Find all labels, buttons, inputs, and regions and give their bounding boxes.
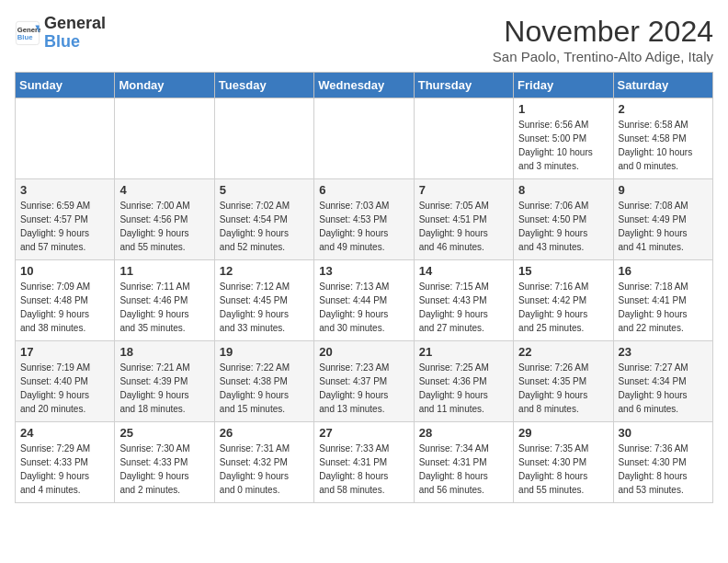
day-info: Sunrise: 7:30 AMSunset: 4:33 PMDaylight:… bbox=[119, 442, 209, 497]
calendar-cell: 30Sunrise: 7:36 AMSunset: 4:30 PMDayligh… bbox=[613, 422, 712, 503]
calendar-cell: 4Sunrise: 7:00 AMSunset: 4:56 PMDaylight… bbox=[115, 179, 214, 260]
day-info: Sunrise: 7:16 AMSunset: 4:42 PMDaylight:… bbox=[518, 280, 608, 335]
column-header-saturday: Saturday bbox=[613, 73, 712, 98]
calendar-week-5: 24Sunrise: 7:29 AMSunset: 4:33 PMDayligh… bbox=[16, 422, 713, 503]
calendar-cell: 7Sunrise: 7:05 AMSunset: 4:51 PMDaylight… bbox=[414, 179, 513, 260]
logo-icon: General Blue bbox=[15, 20, 40, 46]
day-info: Sunrise: 7:15 AMSunset: 4:43 PMDaylight:… bbox=[419, 280, 508, 335]
day-info: Sunrise: 7:33 AMSunset: 4:31 PMDaylight:… bbox=[319, 442, 408, 497]
calendar-cell: 1Sunrise: 6:56 AMSunset: 5:00 PMDaylight… bbox=[514, 98, 613, 179]
calendar-cell: 3Sunrise: 6:59 AMSunset: 4:57 PMDaylight… bbox=[16, 179, 115, 260]
calendar-cell: 11Sunrise: 7:11 AMSunset: 4:46 PMDayligh… bbox=[115, 260, 214, 341]
calendar-cell: 9Sunrise: 7:08 AMSunset: 4:49 PMDaylight… bbox=[613, 179, 712, 260]
day-number: 10 bbox=[20, 264, 109, 278]
day-info: Sunrise: 7:12 AMSunset: 4:45 PMDaylight:… bbox=[220, 280, 309, 335]
day-number: 28 bbox=[419, 426, 508, 440]
column-header-monday: Monday bbox=[115, 73, 214, 98]
calendar-cell bbox=[314, 98, 414, 179]
day-number: 30 bbox=[619, 426, 708, 440]
calendar-cell: 27Sunrise: 7:33 AMSunset: 4:31 PMDayligh… bbox=[314, 422, 414, 503]
day-number: 2 bbox=[619, 102, 708, 116]
calendar-cell: 13Sunrise: 7:13 AMSunset: 4:44 PMDayligh… bbox=[314, 260, 414, 341]
day-number: 4 bbox=[119, 183, 209, 197]
day-info: Sunrise: 7:29 AMSunset: 4:33 PMDaylight:… bbox=[20, 442, 109, 497]
svg-text:Blue: Blue bbox=[17, 33, 33, 41]
day-info: Sunrise: 7:03 AMSunset: 4:53 PMDaylight:… bbox=[319, 199, 408, 254]
column-header-sunday: Sunday bbox=[16, 73, 115, 98]
day-number: 24 bbox=[20, 426, 109, 440]
calendar-cell: 19Sunrise: 7:22 AMSunset: 4:38 PMDayligh… bbox=[214, 341, 313, 422]
day-number: 12 bbox=[220, 264, 309, 278]
day-info: Sunrise: 6:59 AMSunset: 4:57 PMDaylight:… bbox=[20, 199, 109, 254]
calendar-cell: 12Sunrise: 7:12 AMSunset: 4:45 PMDayligh… bbox=[214, 260, 313, 341]
day-number: 16 bbox=[619, 264, 708, 278]
calendar-cell bbox=[414, 98, 513, 179]
day-number: 9 bbox=[619, 183, 708, 197]
day-number: 22 bbox=[518, 345, 608, 359]
day-number: 1 bbox=[518, 102, 608, 116]
calendar-cell: 28Sunrise: 7:34 AMSunset: 4:31 PMDayligh… bbox=[414, 422, 513, 503]
day-number: 14 bbox=[419, 264, 508, 278]
day-number: 18 bbox=[119, 345, 209, 359]
day-info: Sunrise: 7:09 AMSunset: 4:48 PMDaylight:… bbox=[20, 280, 109, 335]
day-number: 26 bbox=[220, 426, 309, 440]
calendar-week-1: 1Sunrise: 6:56 AMSunset: 5:00 PMDaylight… bbox=[16, 98, 713, 179]
day-info: Sunrise: 6:56 AMSunset: 5:00 PMDaylight:… bbox=[518, 118, 608, 173]
day-info: Sunrise: 7:36 AMSunset: 4:30 PMDaylight:… bbox=[619, 442, 708, 497]
day-info: Sunrise: 7:13 AMSunset: 4:44 PMDaylight:… bbox=[319, 280, 408, 335]
calendar-cell: 5Sunrise: 7:02 AMSunset: 4:54 PMDaylight… bbox=[214, 179, 313, 260]
calendar-cell bbox=[16, 98, 115, 179]
day-info: Sunrise: 7:05 AMSunset: 4:51 PMDaylight:… bbox=[419, 199, 508, 254]
calendar-cell: 23Sunrise: 7:27 AMSunset: 4:34 PMDayligh… bbox=[613, 341, 712, 422]
day-number: 7 bbox=[419, 183, 508, 197]
calendar-cell: 20Sunrise: 7:23 AMSunset: 4:37 PMDayligh… bbox=[314, 341, 414, 422]
day-info: Sunrise: 7:08 AMSunset: 4:49 PMDaylight:… bbox=[619, 199, 708, 254]
calendar-cell: 15Sunrise: 7:16 AMSunset: 4:42 PMDayligh… bbox=[514, 260, 613, 341]
day-number: 11 bbox=[119, 264, 209, 278]
calendar-cell: 16Sunrise: 7:18 AMSunset: 4:41 PMDayligh… bbox=[613, 260, 712, 341]
calendar-body: 1Sunrise: 6:56 AMSunset: 5:00 PMDaylight… bbox=[16, 98, 713, 503]
day-number: 23 bbox=[619, 345, 708, 359]
calendar-cell: 8Sunrise: 7:06 AMSunset: 4:50 PMDaylight… bbox=[514, 179, 613, 260]
calendar-cell: 24Sunrise: 7:29 AMSunset: 4:33 PMDayligh… bbox=[16, 422, 115, 503]
calendar-header-row: SundayMondayTuesdayWednesdayThursdayFrid… bbox=[16, 73, 713, 98]
logo: General Blue GeneralBlue bbox=[15, 15, 106, 52]
day-info: Sunrise: 7:11 AMSunset: 4:46 PMDaylight:… bbox=[119, 280, 209, 335]
column-header-wednesday: Wednesday bbox=[314, 73, 414, 98]
day-info: Sunrise: 7:27 AMSunset: 4:34 PMDaylight:… bbox=[619, 361, 708, 416]
calendar-table: SundayMondayTuesdayWednesdayThursdayFrid… bbox=[15, 72, 713, 503]
day-info: Sunrise: 7:34 AMSunset: 4:31 PMDaylight:… bbox=[419, 442, 508, 497]
day-number: 19 bbox=[220, 345, 309, 359]
title-block: November 2024 San Paolo, Trentino-Alto A… bbox=[493, 15, 713, 64]
calendar-cell: 6Sunrise: 7:03 AMSunset: 4:53 PMDaylight… bbox=[314, 179, 414, 260]
calendar-cell: 14Sunrise: 7:15 AMSunset: 4:43 PMDayligh… bbox=[414, 260, 513, 341]
day-number: 5 bbox=[220, 183, 309, 197]
day-number: 8 bbox=[518, 183, 608, 197]
day-number: 25 bbox=[119, 426, 209, 440]
day-info: Sunrise: 7:26 AMSunset: 4:35 PMDaylight:… bbox=[518, 361, 608, 416]
column-header-tuesday: Tuesday bbox=[214, 73, 313, 98]
calendar-cell bbox=[214, 98, 313, 179]
calendar-cell: 21Sunrise: 7:25 AMSunset: 4:36 PMDayligh… bbox=[414, 341, 513, 422]
day-number: 17 bbox=[20, 345, 109, 359]
day-info: Sunrise: 7:23 AMSunset: 4:37 PMDaylight:… bbox=[319, 361, 408, 416]
day-number: 27 bbox=[319, 426, 408, 440]
day-number: 3 bbox=[20, 183, 109, 197]
calendar-week-4: 17Sunrise: 7:19 AMSunset: 4:40 PMDayligh… bbox=[16, 341, 713, 422]
calendar-cell: 26Sunrise: 7:31 AMSunset: 4:32 PMDayligh… bbox=[214, 422, 313, 503]
day-number: 29 bbox=[518, 426, 608, 440]
calendar-cell: 2Sunrise: 6:58 AMSunset: 4:58 PMDaylight… bbox=[613, 98, 712, 179]
month-title: November 2024 bbox=[493, 15, 713, 49]
day-info: Sunrise: 7:35 AMSunset: 4:30 PMDaylight:… bbox=[518, 442, 608, 497]
day-info: Sunrise: 7:25 AMSunset: 4:36 PMDaylight:… bbox=[419, 361, 508, 416]
day-number: 20 bbox=[319, 345, 408, 359]
calendar-cell: 22Sunrise: 7:26 AMSunset: 4:35 PMDayligh… bbox=[514, 341, 613, 422]
page-header: General Blue GeneralBlue November 2024 S… bbox=[15, 15, 713, 64]
column-header-friday: Friday bbox=[514, 73, 613, 98]
calendar-cell: 18Sunrise: 7:21 AMSunset: 4:39 PMDayligh… bbox=[115, 341, 214, 422]
calendar-cell: 10Sunrise: 7:09 AMSunset: 4:48 PMDayligh… bbox=[16, 260, 115, 341]
day-info: Sunrise: 7:22 AMSunset: 4:38 PMDaylight:… bbox=[220, 361, 309, 416]
day-info: Sunrise: 6:58 AMSunset: 4:58 PMDaylight:… bbox=[619, 118, 708, 173]
calendar-cell: 17Sunrise: 7:19 AMSunset: 4:40 PMDayligh… bbox=[16, 341, 115, 422]
day-info: Sunrise: 7:00 AMSunset: 4:56 PMDaylight:… bbox=[119, 199, 209, 254]
